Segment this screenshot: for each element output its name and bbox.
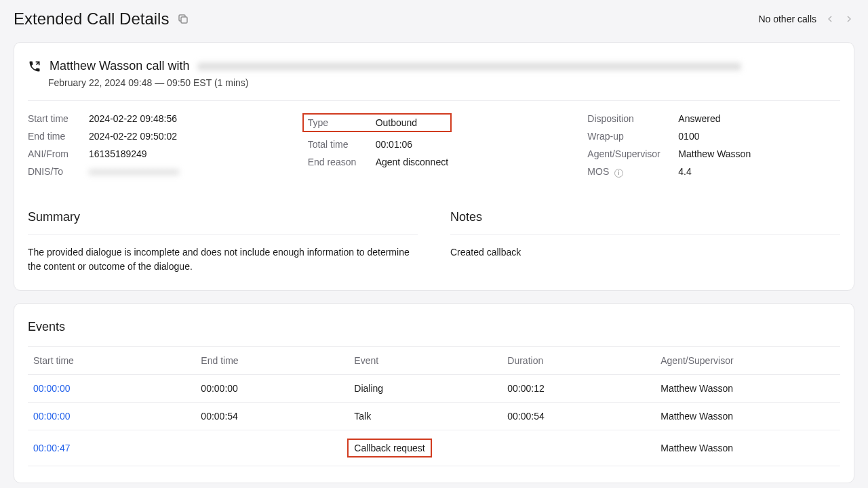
- event-agent: Matthew Wasson: [660, 411, 835, 422]
- call-title-row: Matthew Wasson call with xxxxxxxxxxxxxxx…: [28, 59, 840, 73]
- ani-from-value: 16135189249: [89, 148, 147, 159]
- total-time-value: 00:01:06: [376, 139, 413, 150]
- agent-supervisor-label: Agent/Supervisor: [587, 148, 667, 159]
- notes-body: Created callback: [450, 245, 840, 260]
- disposition-label: Disposition: [587, 113, 667, 124]
- meta-ani-from: ANI/From 16135189249: [28, 148, 281, 159]
- page-title: Extended Call Details: [14, 9, 169, 28]
- end-reason-value: Agent disconnect: [376, 157, 448, 167]
- chevron-right-icon[interactable]: [844, 14, 854, 24]
- meta-mos: MOS i 4.4: [587, 166, 840, 178]
- summary-section: Summary The provided dialogue is incompl…: [28, 210, 418, 274]
- pager-label: No other calls: [758, 14, 816, 24]
- meta-grid: Start time 2024-02-22 09:48:56 End time …: [28, 101, 840, 178]
- copy-icon[interactable]: [177, 13, 189, 25]
- events-header-row: Start time End time Event Duration Agent…: [28, 346, 840, 375]
- meta-start-time: Start time 2024-02-22 09:48:56: [28, 113, 281, 124]
- mos-value: 4.4: [678, 166, 691, 177]
- summary-title: Summary: [28, 210, 418, 235]
- col-end-time: End time: [201, 355, 346, 366]
- table-row: 00:00:0000:00:00Dialing00:00:12Matthew W…: [28, 375, 840, 403]
- meta-dnis-to: DNIS/To xxxxxxxxxxxxxxxxxxx: [28, 166, 281, 177]
- col-duration: Duration: [507, 355, 652, 366]
- outbound-call-icon: [28, 60, 41, 73]
- meta-end-time: End time 2024-02-22 09:50:02: [28, 131, 281, 142]
- svg-rect-0: [181, 17, 187, 23]
- event-duration: 00:00:12: [507, 383, 652, 394]
- summary-notes-row: Summary The provided dialogue is incompl…: [28, 210, 840, 274]
- type-label: Type: [308, 117, 365, 128]
- events-body: 00:00:0000:00:00Dialing00:00:12Matthew W…: [28, 375, 840, 466]
- event-duration: 00:00:54: [507, 411, 652, 422]
- meta-total-time: Total time 00:01:06: [308, 139, 561, 150]
- end-time-label: End time: [28, 131, 78, 142]
- meta-col-2: Type Outbound Total time 00:01:06 End re…: [308, 113, 561, 178]
- end-reason-label: End reason: [308, 157, 365, 167]
- end-time-value: 2024-02-22 09:50:02: [89, 131, 177, 142]
- event-name-cell: Talk: [354, 411, 499, 422]
- events-title: Events: [28, 320, 840, 334]
- meta-end-reason: End reason Agent disconnect: [308, 157, 561, 167]
- event-agent: Matthew Wasson: [660, 443, 835, 453]
- meta-wrap-up: Wrap-up 0100: [587, 131, 840, 142]
- call-title-prefix: Matthew Wasson call with: [50, 59, 189, 73]
- event-start-time[interactable]: 00:00:00: [33, 383, 193, 394]
- events-card: Events Start time End time Event Duratio…: [14, 303, 854, 483]
- event-agent: Matthew Wasson: [660, 383, 835, 394]
- wrap-up-value: 0100: [678, 131, 699, 142]
- call-subtitle: February 22, 2024 09:48 — 09:50 EST (1 m…: [28, 77, 840, 88]
- start-time-label: Start time: [28, 113, 78, 124]
- meta-col-1: Start time 2024-02-22 09:48:56 End time …: [28, 113, 281, 178]
- type-value: Outbound: [376, 117, 418, 128]
- event-name-highlight: Callback request: [347, 439, 431, 458]
- info-icon[interactable]: i: [614, 169, 623, 178]
- notes-section: Notes Created callback: [450, 210, 840, 274]
- call-title-redacted: xxxxxxxxxxxxxxxxxxxxxxxxxxxxxxxxxxxxxxxx…: [197, 59, 741, 73]
- start-time-value: 2024-02-22 09:48:56: [89, 113, 177, 124]
- pager: No other calls: [758, 14, 854, 24]
- mos-label-text: MOS: [587, 166, 609, 177]
- chevron-left-icon[interactable]: [825, 14, 835, 24]
- page-header: Extended Call Details No other calls: [0, 0, 868, 42]
- meta-col-3: Disposition Answered Wrap-up 0100 Agent/…: [587, 113, 840, 178]
- title-wrap: Extended Call Details: [14, 9, 189, 28]
- total-time-label: Total time: [308, 139, 365, 150]
- summary-body: The provided dialogue is incomplete and …: [28, 245, 418, 274]
- event-start-time[interactable]: 00:00:47: [33, 443, 193, 453]
- dnis-to-label: DNIS/To: [28, 166, 78, 177]
- notes-title: Notes: [450, 210, 840, 235]
- disposition-value: Answered: [678, 113, 720, 124]
- meta-type-highlight: Type Outbound: [302, 113, 452, 132]
- event-name-cell: Callback request: [354, 439, 499, 458]
- event-name-cell: Dialing: [354, 383, 499, 394]
- mos-label: MOS i: [587, 166, 667, 178]
- table-row: 00:00:47Callback requestMatthew Wasson: [28, 430, 840, 466]
- meta-disposition: Disposition Answered: [587, 113, 840, 124]
- table-row: 00:00:0000:00:54Talk00:00:54Matthew Wass…: [28, 403, 840, 430]
- meta-agent-supervisor: Agent/Supervisor Matthew Wasson: [587, 148, 840, 159]
- col-start-time: Start time: [33, 355, 193, 366]
- agent-supervisor-value: Matthew Wasson: [678, 148, 751, 159]
- call-details-card: Matthew Wasson call with xxxxxxxxxxxxxxx…: [14, 42, 854, 291]
- dnis-to-value: xxxxxxxxxxxxxxxxxxx: [89, 166, 179, 177]
- col-event: Event: [354, 355, 499, 366]
- call-header: Matthew Wasson call with xxxxxxxxxxxxxxx…: [28, 59, 840, 101]
- ani-from-label: ANI/From: [28, 148, 78, 159]
- wrap-up-label: Wrap-up: [587, 131, 667, 142]
- events-table: Start time End time Event Duration Agent…: [28, 346, 840, 466]
- event-end-time: 00:00:00: [201, 383, 346, 394]
- event-start-time[interactable]: 00:00:00: [33, 411, 193, 422]
- col-agent: Agent/Supervisor: [660, 355, 835, 366]
- event-end-time: 00:00:54: [201, 411, 346, 422]
